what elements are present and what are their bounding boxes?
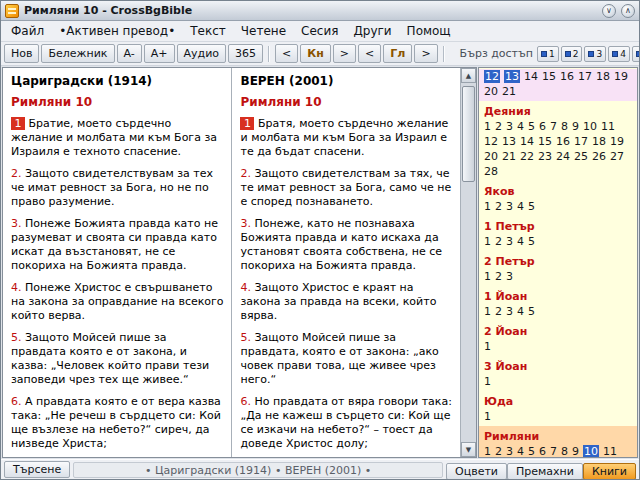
chapter-acts-11[interactable]: 11	[601, 120, 615, 133]
chapter-1-john-3[interactable]: 3	[506, 305, 513, 318]
chapter-previous-book-tail-19[interactable]: 19	[614, 70, 628, 83]
vertical-scrollbar[interactable]: ▲ ▼	[460, 68, 476, 457]
chapter-1-peter-1[interactable]: 1	[484, 235, 491, 248]
menu-reading[interactable]: Четене	[234, 22, 293, 40]
chapter-acts-17[interactable]: 17	[574, 135, 588, 148]
chapter-romans-6[interactable]: 6	[539, 445, 546, 458]
toolbar-button-365[interactable]: 365	[228, 44, 263, 63]
toolbar-button-notebook[interactable]: Бележник	[41, 44, 114, 63]
chapter-james-5[interactable]: 5	[528, 200, 535, 213]
menu-text[interactable]: Текст	[183, 22, 233, 40]
shade-button[interactable]: ∧	[621, 4, 635, 18]
chapter-acts-20[interactable]: 20	[484, 150, 498, 163]
chapter-acts-15[interactable]: 15	[538, 135, 552, 148]
chapter-acts-26[interactable]: 26	[592, 150, 606, 163]
menu-other[interactable]: Други	[346, 22, 398, 40]
book-name-acts[interactable]: Деяния	[484, 105, 632, 118]
chapter-acts-18[interactable]: 18	[592, 135, 606, 148]
book-name-romans[interactable]: Римляни	[484, 430, 632, 443]
chapter-acts-1[interactable]: 1	[484, 120, 491, 133]
verse-5[interactable]: 5. Защото Мойсей пише за правдата която …	[11, 331, 224, 387]
book-name-2-peter[interactable]: 2 Петър	[484, 255, 632, 268]
book-name-james[interactable]: Яков	[484, 185, 632, 198]
book-name-2-john[interactable]: 2 Йоан	[484, 325, 632, 338]
chapter-1-john-2[interactable]: 2	[495, 305, 502, 318]
chapter-acts-9[interactable]: 9	[572, 120, 579, 133]
verse-2[interactable]: 2. Защото свидетелствам за тях, че те им…	[240, 167, 453, 209]
book-name-3-john[interactable]: 3 Йоан	[484, 360, 632, 373]
chapter-2-peter-3[interactable]: 3	[506, 270, 513, 283]
chapter-1-john-4[interactable]: 4	[517, 305, 524, 318]
chapter-acts-28[interactable]: 28	[484, 165, 498, 178]
quick-access-button-5[interactable]: 5	[632, 46, 640, 62]
verse-number[interactable]: 5.	[11, 331, 22, 344]
chapter-james-3[interactable]: 3	[506, 200, 513, 213]
chapter-3-john-1[interactable]: 1	[484, 375, 491, 388]
verse-2[interactable]: 2. Защото свидетелствувам за тех че имат…	[11, 167, 224, 209]
chapter-acts-4[interactable]: 4	[517, 120, 524, 133]
toolbar-button-new[interactable]: Нов	[4, 44, 39, 63]
chapter-acts-14[interactable]: 14	[520, 135, 534, 148]
status-button-remove[interactable]: Премахни	[507, 463, 583, 480]
chapter-acts-25[interactable]: 25	[574, 150, 588, 163]
verse-5[interactable]: 5. Защото Мойсей пише за правдата, която…	[240, 331, 453, 387]
verse-number[interactable]: 1	[11, 117, 25, 130]
chapter-romans-4[interactable]: 4	[517, 445, 524, 458]
chapter-acts-23[interactable]: 23	[538, 150, 552, 163]
chapter-previous-book-tail-20[interactable]: 20	[484, 85, 498, 98]
chapter-acts-8[interactable]: 8	[561, 120, 568, 133]
quick-access-button-1[interactable]: 1	[537, 46, 559, 62]
status-button-books[interactable]: Книги	[583, 463, 636, 480]
chapter-romans-5[interactable]: 5	[528, 445, 535, 458]
chapter-acts-21[interactable]: 21	[502, 150, 516, 163]
chapter-romans-3[interactable]: 3	[506, 445, 513, 458]
verse-1[interactable]: 1 Братя, моето сърдечно желание и молбат…	[240, 117, 453, 159]
verse-number[interactable]: 4.	[11, 281, 22, 294]
chapter-romans-11[interactable]: 11	[603, 445, 617, 458]
chapter-previous-book-tail-18[interactable]: 18	[596, 70, 610, 83]
toolbar-button-next-chapter[interactable]: >	[414, 44, 437, 63]
chapter-james-4[interactable]: 4	[517, 200, 524, 213]
menu-session[interactable]: Сесия	[294, 22, 345, 40]
toolbar-button-chapter[interactable]: Гл	[383, 44, 412, 63]
chapter-acts-10[interactable]: 10	[583, 120, 597, 133]
chapter-acts-12[interactable]: 12	[484, 135, 498, 148]
verse-number[interactable]: 6.	[240, 395, 251, 408]
chapter-1-peter-4[interactable]: 4	[517, 235, 524, 248]
chapter-acts-2[interactable]: 2	[495, 120, 502, 133]
chapter-acts-5[interactable]: 5	[528, 120, 535, 133]
toolbar-button-font-decrease[interactable]: A-	[117, 44, 142, 63]
toolbar-button-prev-book[interactable]: <	[275, 44, 298, 63]
verse-number[interactable]: 3.	[11, 217, 22, 230]
chapter-james-2[interactable]: 2	[495, 200, 502, 213]
quick-access-button-2[interactable]: 2	[561, 46, 583, 62]
toolbar-button-audio[interactable]: Аудио	[177, 44, 227, 63]
verse-6[interactable]: 6. А правдата която е от вера казва така…	[11, 395, 224, 451]
search-button[interactable]: Търсене	[4, 461, 70, 478]
chapter-previous-book-tail-16[interactable]: 16	[560, 70, 574, 83]
toolbar-button-prev-chapter[interactable]: <	[358, 44, 381, 63]
verse-number[interactable]: 5.	[240, 331, 251, 344]
chapter-2-peter-1[interactable]: 1	[484, 270, 491, 283]
book-name-1-john[interactable]: 1 Йоан	[484, 290, 632, 303]
chapter-acts-13[interactable]: 13	[502, 135, 516, 148]
chapter-previous-book-tail-13[interactable]: 13	[504, 70, 520, 83]
verse-number[interactable]: 2.	[11, 167, 22, 180]
chapter-romans-8[interactable]: 8	[561, 445, 568, 458]
verse-number[interactable]: 1	[240, 117, 254, 130]
chapter-acts-7[interactable]: 7	[550, 120, 557, 133]
chapter-romans-1[interactable]: 1	[484, 445, 491, 458]
verse-3[interactable]: 3. Понеже Божията правда като не разумев…	[11, 217, 224, 273]
chapter-acts-3[interactable]: 3	[506, 120, 513, 133]
chapter-acts-16[interactable]: 16	[556, 135, 570, 148]
chapter-1-peter-5[interactable]: 5	[528, 235, 535, 248]
chapter-romans-2[interactable]: 2	[495, 445, 502, 458]
chapter-previous-book-tail-15[interactable]: 15	[542, 70, 556, 83]
chapter-1-john-1[interactable]: 1	[484, 305, 491, 318]
chapter-acts-19[interactable]: 19	[610, 135, 624, 148]
chapter-previous-book-tail-21[interactable]: 21	[502, 85, 516, 98]
chapter-james-1[interactable]: 1	[484, 200, 491, 213]
chapter-1-peter-2[interactable]: 2	[495, 235, 502, 248]
verse-3[interactable]: 3. Понеже, като не познаваха Божията пра…	[240, 217, 453, 273]
quick-access-button-3[interactable]: 3	[584, 46, 606, 62]
